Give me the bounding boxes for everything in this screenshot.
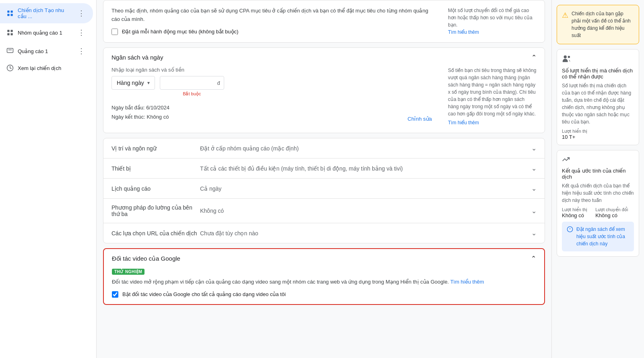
estimated-metric-row: Lượt hiển thị Không có Lượt chuyển đổi K…: [562, 207, 634, 218]
svg-point-12: [568, 56, 570, 58]
cpa-right-note: Một số lượt chuyển đổi có thể giá cao hơ…: [448, 7, 537, 29]
budget-type-dropdown[interactable]: Hàng ngày ▾: [111, 76, 155, 90]
cpa-left-content: Theo mặc định, nhóm quảng cáo của bạn sẽ…: [111, 7, 432, 36]
budget-input-label: Nhập loại ngân sách và số tiền: [111, 67, 432, 73]
impressions-card: Số lượt hiển thị mà chiến dịch có thể nh…: [557, 49, 639, 145]
impressions-body: Số lượt hiển thị mà chiến dịch của bạn c…: [562, 82, 634, 126]
cpa-description: Theo mặc định, nhóm quảng cáo của bạn sẽ…: [111, 7, 432, 24]
budget-type-label: Hàng ngày: [117, 80, 144, 86]
impressions-metric-label: Lượt hiển thị: [562, 129, 587, 134]
cpa-right-info: Một số lượt chuyển đổi có thể giá cao hơ…: [448, 7, 537, 36]
settings-card: Vị trí và ngôn ngữ Đặt ở cấp nhóm quảng …: [103, 138, 545, 243]
campaign-icon: [6, 10, 14, 17]
measurement-chevron-icon: [531, 207, 537, 215]
video-partner-description: Đối tác video mở rộng phạm vi tiếp cận c…: [112, 278, 536, 286]
est-conversions-label: Lượt chuyển đổi: [595, 207, 628, 212]
estimated-info-box: Đặt ngân sách để xem hiệu suất ước tính …: [562, 222, 634, 251]
review-icon: [6, 64, 14, 72]
video-partner-header[interactable]: Đối tác video của Google: [104, 249, 544, 268]
est-conversions-metric: Lượt chuyển đổi Không có: [595, 207, 628, 218]
campaign-more-icon[interactable]: ⋮: [76, 8, 87, 19]
device-value: Tất cả các thiết bị đủ điều kiện (máy tí…: [200, 165, 528, 172]
settings-row-device[interactable]: Thiết bị Tất cả các thiết bị đủ điều kiệ…: [103, 158, 545, 179]
settings-row-url[interactable]: Các lựa chọn URL của chiến dịch Chưa đặt…: [103, 223, 545, 243]
estimated-card: Kết quả ước tính của chiến dịch Kết quả …: [557, 150, 639, 257]
device-chevron-icon: [531, 164, 537, 173]
budget-left: Nhập loại ngân sách và số tiền Hàng ngày…: [111, 67, 432, 122]
impressions-metric: Lượt hiển thị 10 T+: [562, 129, 587, 140]
svg-rect-5: [11, 30, 13, 32]
measurement-label: Phương pháp đo lường của bên thứ ba: [111, 204, 200, 217]
impressions-icon-row: [562, 54, 634, 65]
adgroup-icon: [6, 29, 14, 36]
video-partner-title: Đối tác video của Google: [112, 255, 180, 262]
warning-card: ⚠ Chiến dịch của bạn gặp phải một vấn đề…: [557, 5, 639, 44]
cpa-info-card: Theo mặc định, nhóm quảng cáo của bạn sẽ…: [103, 0, 545, 43]
budget-section-header[interactable]: Ngân sách và ngày: [103, 48, 545, 67]
video-partner-card: Đối tác video của Google THỬ NGHIỆM Đối …: [103, 248, 545, 305]
end-date-value: Không có: [147, 114, 169, 120]
settings-row-location[interactable]: Vị trí và ngôn ngữ Đặt ở cấp nhóm quảng …: [103, 138, 545, 158]
warning-text: Chiến dịch của bạn gặp phải một vấn đề c…: [572, 10, 634, 39]
adgroup-more-icon[interactable]: ⋮: [76, 27, 87, 38]
budget-learn-more-link[interactable]: Tìm hiểu thêm: [448, 119, 479, 126]
impressions-metric-value: 10 T+: [562, 134, 587, 140]
currency-symbol: đ: [217, 80, 220, 86]
est-impressions-label: Lượt hiển thị: [562, 207, 587, 212]
est-conversions-value: Không có: [595, 212, 628, 218]
budget-chevron-up-icon: [531, 53, 537, 61]
schedule-value: Cả ngày: [200, 185, 528, 192]
settings-row-measurement[interactable]: Phương pháp đo lường của bên thứ ba Khôn…: [103, 199, 545, 223]
sidebar-item-campaign[interactable]: Chiến dịch Tạo nhu cầu ... ⋮: [0, 3, 93, 23]
svg-rect-2: [7, 14, 9, 16]
video-partner-body: THỬ NGHIỆM Đối tác video mở rộng phạm vi…: [104, 268, 544, 304]
budget-title: Ngân sách và ngày: [111, 54, 163, 61]
people-icon: [562, 54, 571, 65]
location-chevron-icon: [531, 144, 537, 152]
video-partner-desc-text: Đối tác video mở rộng phạm vi tiếp cận c…: [112, 279, 449, 285]
url-label: Các lựa chọn URL của chiến dịch: [111, 230, 200, 237]
start-date-label: Ngày bắt đầu:: [111, 105, 145, 111]
trend-icon: [562, 155, 570, 165]
estimated-info-text: Đặt ngân sách để xem hiệu suất ước tính …: [576, 226, 629, 247]
right-panel: ⚠ Chiến dịch của bạn gặp phải một vấn đề…: [551, 0, 644, 358]
video-partner-checkbox-label: Bật đối tác video của Google cho tất cả …: [122, 291, 286, 297]
estimated-body: Kết quả chiến dịch của bạn thể hiện hiệu…: [562, 182, 634, 204]
sidebar-ad-label: Quảng cáo 1: [18, 48, 72, 54]
video-partner-checkbox-row: Bật đối tác video của Google cho tất cả …: [112, 291, 536, 298]
video-partner-checkbox[interactable]: [112, 291, 118, 298]
budget-amount-wrapper: đ Bắt buộc: [160, 76, 224, 97]
main-content: Theo mặc định, nhóm quảng cáo của bạn sẽ…: [97, 0, 551, 358]
budget-right-info: Số tiền bạn chi tiêu trong tháng sẽ khôn…: [448, 67, 537, 126]
date-row: Ngày bắt đầu: 6/10/2024 Ngày kết thúc: K…: [111, 103, 432, 122]
sidebar-item-review[interactable]: Xem lại chiến dịch: [0, 60, 93, 76]
url-value: Chưa đặt tùy chọn nào: [200, 230, 528, 237]
cpa-checkbox-row: Đặt giá mỗi hành động mục tiêu (không bắ…: [111, 29, 432, 35]
info-circle-icon: [567, 226, 573, 234]
required-text: Bắt buộc: [160, 91, 224, 97]
video-partner-learn-more-link[interactable]: Tìm hiểu thêm: [450, 279, 484, 285]
cpa-learn-more-link[interactable]: Tìm hiểu thêm: [448, 29, 479, 35]
edit-dates-link[interactable]: Chỉnh sửa: [408, 116, 432, 122]
estimated-title: Kết quả ước tính của chiến dịch: [562, 168, 634, 180]
budget-section-card: Ngân sách và ngày Nhập loại ngân sách và…: [103, 47, 545, 133]
budget-amount-input[interactable]: [160, 76, 224, 90]
sidebar-item-adgroup[interactable]: Nhóm quảng cáo 1 ⋮: [0, 23, 93, 42]
device-label: Thiết bị: [111, 165, 200, 172]
settings-row-schedule[interactable]: Lịch quảng cáo Cả ngày: [103, 179, 545, 199]
video-partner-chevron-icon: [531, 255, 536, 262]
sidebar-item-ad[interactable]: Quảng cáo 1 ⋮: [0, 42, 93, 60]
ad-icon: [6, 47, 14, 55]
end-date-line: Ngày kết thúc: Không có: [111, 112, 169, 121]
warning-icon: ⚠: [562, 11, 568, 39]
budget-right-text: Số tiền bạn chi tiêu trong tháng sẽ khôn…: [448, 67, 537, 117]
cpa-checkbox-label: Đặt giá mỗi hành động mục tiêu (không bắ…: [122, 29, 238, 35]
svg-rect-3: [11, 14, 13, 16]
impressions-title: Số lượt hiển thị mà chiến dịch có thể nh…: [562, 68, 634, 80]
sidebar-campaign-label: Chiến dịch Tạo nhu cầu ...: [18, 7, 72, 19]
svg-rect-0: [7, 10, 9, 12]
ad-more-icon[interactable]: ⋮: [76, 46, 87, 56]
cpa-checkbox[interactable]: [111, 29, 118, 35]
end-date-label: Ngày kết thúc:: [111, 114, 145, 120]
amount-input-wrapper: đ: [160, 76, 224, 90]
